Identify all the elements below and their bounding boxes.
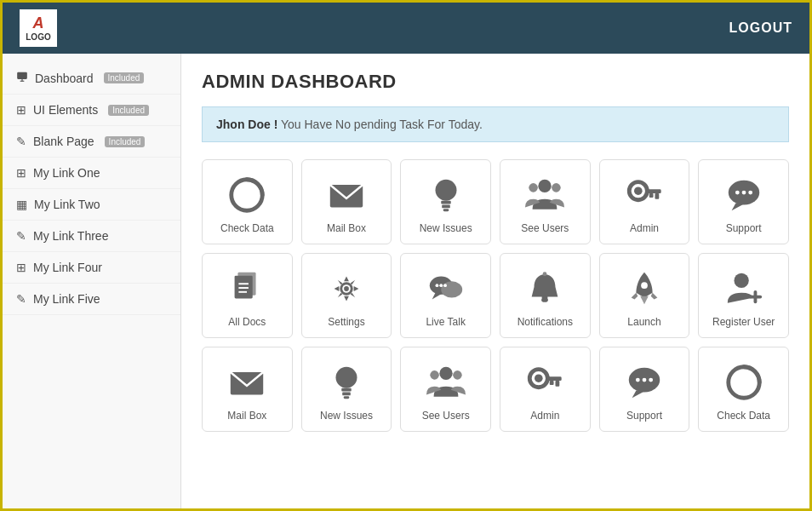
sidebar-item-my-link-three[interactable]: ✎ My Link Three (3, 221, 180, 252)
icon-card-launch[interactable]: Launch (599, 253, 690, 338)
icon-card-new-issues-2[interactable]: New Issues (301, 347, 392, 432)
key2-icon (524, 362, 565, 403)
sidebar-item-my-link-one[interactable]: ⊞ My Link One (3, 158, 180, 189)
icon-card-mail-box-2[interactable]: Mail Box (202, 347, 293, 432)
icon-card-new-issues-1[interactable]: New Issues (400, 159, 491, 244)
speech2-icon (624, 362, 665, 403)
layout: Dashboard Included ⊞ UI Elements Include… (3, 54, 809, 511)
sidebar-item-my-link-five[interactable]: ✎ My Link Five (3, 284, 180, 315)
sidebar-label: Blank Page (33, 135, 94, 148)
icon-card-check-data[interactable]: Check Data (202, 159, 293, 244)
svg-rect-53 (546, 376, 562, 381)
welcome-bar: Jhon Doe ! You Have No pending Task For … (202, 106, 789, 142)
svg-point-50 (453, 370, 462, 380)
svg-point-33 (435, 284, 438, 287)
icon-label: Admin (630, 222, 659, 234)
sidebar-item-my-link-four[interactable]: ⊞ My Link Four (3, 252, 180, 284)
icon-card-live-talk[interactable]: Live Talk (400, 253, 491, 338)
header: A LOGO LOGOUT (3, 3, 809, 54)
svg-point-35 (443, 284, 447, 287)
logo-icon: A (33, 14, 44, 32)
icon-card-see-users-1[interactable]: See Users (500, 159, 591, 244)
bulb-icon (426, 175, 466, 215)
icon-label: New Issues (320, 410, 373, 422)
main-content: ADMIN DASHBOARD Jhon Doe ! You Have No p… (181, 54, 809, 511)
icon-label: Register User (712, 316, 775, 328)
icon-label: Check Data (717, 410, 770, 422)
icon-label: Settings (328, 316, 364, 328)
speech-icon (723, 175, 764, 215)
svg-point-60 (649, 378, 653, 382)
icon-label: Check Data (220, 222, 274, 234)
icon-card-admin-2[interactable]: Admin (500, 347, 591, 432)
svg-point-31 (441, 281, 462, 297)
envelope-icon (326, 175, 367, 215)
svg-rect-54 (556, 381, 560, 387)
icon-card-notifications[interactable]: Notifications (500, 253, 591, 338)
icon-card-settings[interactable]: Settings (301, 253, 392, 338)
icon-label: All Docs (228, 316, 266, 328)
svg-rect-8 (443, 209, 449, 211)
logout-button[interactable]: LOGOUT (729, 20, 792, 36)
icon-card-support-2[interactable]: Support (599, 347, 690, 432)
grid-icon: ⊞ (16, 103, 26, 117)
sidebar-label: My Link Four (33, 261, 102, 274)
welcome-text: You Have No pending Task For Today. (281, 118, 483, 131)
docs-icon (226, 268, 267, 309)
icon-card-admin-1[interactable]: Admin (599, 159, 690, 244)
svg-point-5 (435, 180, 456, 201)
sidebar-item-ui-elements[interactable]: ⊞ UI Elements Included (3, 95, 180, 126)
svg-point-19 (735, 191, 740, 195)
icon-card-register-user[interactable]: Register User (698, 253, 789, 338)
svg-point-13 (634, 187, 643, 195)
grid3-icon: ⊞ (16, 261, 26, 274)
sidebar-label: My Link One (33, 166, 100, 180)
icon-card-all-docs[interactable]: All Docs (202, 253, 293, 338)
sidebar-item-dashboard[interactable]: Dashboard Included (3, 62, 180, 95)
icon-label: Launch (627, 316, 660, 328)
svg-rect-6 (441, 201, 451, 204)
icon-card-support-1[interactable]: Support (698, 159, 789, 244)
svg-point-10 (529, 183, 539, 192)
logo-box: A LOGO (20, 9, 57, 47)
svg-point-11 (552, 183, 561, 192)
svg-rect-47 (344, 396, 350, 399)
icon-card-mail-box-1[interactable]: Mail Box (301, 159, 392, 244)
svg-point-29 (344, 286, 349, 291)
icon-label: Support (726, 222, 762, 234)
svg-rect-0 (17, 72, 27, 79)
svg-point-58 (636, 378, 640, 382)
sidebar-item-my-link-two[interactable]: ▦ My Link Two (3, 189, 180, 221)
users2-icon (426, 362, 466, 403)
page-title: ADMIN DASHBOARD (202, 71, 789, 93)
logo-area: A LOGO (20, 9, 57, 47)
icon-grid-row1: Check Data Mail Box New Issues (202, 159, 789, 244)
sidebar-item-blank-page[interactable]: ✎ Blank Page Included (3, 126, 180, 158)
svg-point-20 (741, 191, 746, 195)
svg-marker-18 (731, 204, 743, 211)
svg-rect-55 (550, 381, 554, 385)
sidebar-badge: Included (105, 136, 146, 147)
svg-point-44 (336, 367, 357, 388)
icon-grid-row2: All Docs Settings (202, 253, 789, 338)
svg-marker-32 (432, 293, 442, 300)
gear-icon (326, 268, 367, 309)
icon-label: Live Talk (426, 316, 465, 328)
sidebar-badge: Included (108, 105, 149, 116)
svg-rect-16 (649, 193, 654, 198)
key-icon (624, 175, 665, 215)
svg-point-37 (541, 298, 548, 302)
sidebar-label: Dashboard (35, 72, 94, 85)
svg-point-48 (439, 367, 452, 380)
grid2-icon: ⊞ (16, 166, 26, 180)
rocket-icon (624, 268, 665, 309)
sidebar-label: My Link Three (33, 229, 108, 243)
icon-label: New Issues (420, 222, 472, 234)
bar-chart-icon: ▦ (16, 198, 27, 211)
circle-icon (226, 175, 267, 215)
bell-icon (524, 268, 565, 309)
icon-card-see-users-2[interactable]: See Users (400, 347, 491, 432)
svg-point-40 (734, 273, 748, 288)
icon-card-check-data-2[interactable]: Check Data (698, 347, 789, 432)
svg-point-39 (641, 282, 648, 289)
